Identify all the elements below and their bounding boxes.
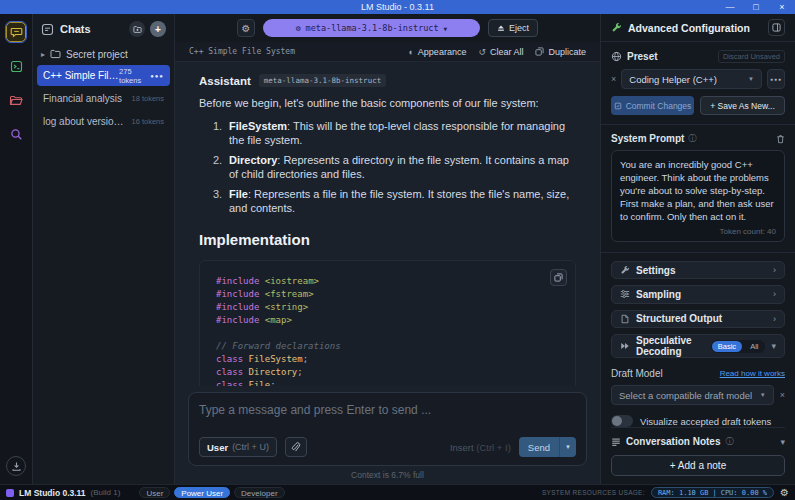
commit-changes-button[interactable]: Commit Changes xyxy=(611,96,694,115)
model-selector[interactable]: ⚙ meta-llama-3.1-8b-instruct ▼ xyxy=(263,19,480,37)
duplicate-button[interactable]: Duplicate xyxy=(535,47,586,57)
preset-options-button[interactable]: ●●● xyxy=(767,69,785,89)
ram-usage: RAM: 1.10 GB xyxy=(658,489,709,497)
list-item: 3. File: Represents a file in the file s… xyxy=(213,187,576,215)
visualize-tokens-toggle[interactable] xyxy=(611,415,633,427)
preset-value: Coding Helper (C++) xyxy=(629,74,717,85)
delete-system-prompt-button[interactable] xyxy=(776,134,785,144)
clear-icon: ↺ xyxy=(478,47,486,57)
clear-preset-icon[interactable]: × xyxy=(611,74,616,84)
model-name: meta-llama-3.1-8b-instruct xyxy=(306,23,439,33)
cpu-usage: CPU: 0.00 % xyxy=(721,489,767,497)
download-icon xyxy=(11,461,22,472)
paperclip-icon xyxy=(290,442,301,453)
chat-bubble-icon xyxy=(10,26,23,39)
chat-list-item[interactable]: Financial analysis 18 tokens xyxy=(37,88,170,109)
mode-user-button[interactable]: User xyxy=(139,487,170,498)
mode-developer-button[interactable]: Developer xyxy=(234,487,284,498)
minimize-button[interactable]: — xyxy=(717,0,743,14)
eject-label: Eject xyxy=(509,23,529,33)
appearance-button[interactable]: ◐Appearance xyxy=(408,47,466,57)
model-icon: ⚙ xyxy=(296,24,301,33)
system-prompt-box[interactable]: You are an incredibly good C++ engineer.… xyxy=(611,150,785,242)
chat-list-item[interactable]: log about version of ... 16 tokens xyxy=(37,111,170,132)
send-button[interactable]: Send ▼ xyxy=(519,437,576,457)
mode-basic-button[interactable]: Basic xyxy=(712,341,742,352)
gear-icon: ⚙ xyxy=(242,23,251,34)
collapse-panel-button[interactable] xyxy=(768,19,785,36)
new-chat-button[interactable]: + xyxy=(150,21,166,37)
chat-token-count: 275 tokens xyxy=(119,67,145,85)
send-options-icon[interactable]: ▼ xyxy=(560,444,576,450)
speculative-decoding-icon xyxy=(620,341,630,351)
app-version: LM Studio 0.3.11 xyxy=(19,488,86,498)
draft-model-select[interactable]: Select a compatible draft model ▼ xyxy=(611,385,774,405)
token-count: Token count: 40 xyxy=(620,227,776,236)
list-term: File xyxy=(229,188,248,200)
insert-label: Insert xyxy=(450,442,474,453)
window-title: LM Studio - 0.3.11 xyxy=(0,2,795,12)
section-speculative-decoding[interactable]: Speculative Decoding Basic All ▾ xyxy=(611,334,785,358)
attach-file-button[interactable] xyxy=(285,437,307,457)
chat-title: Financial analysis xyxy=(43,93,122,104)
nav-discover-button[interactable] xyxy=(6,124,26,144)
visualize-tokens-label: Visualize accepted draft tokens xyxy=(640,416,771,427)
preset-icon xyxy=(611,51,622,62)
mode-all-button[interactable]: All xyxy=(744,341,764,352)
chat-title: C++ Simple File System xyxy=(43,70,119,81)
nav-rail xyxy=(0,14,33,484)
system-prompt-text: You are an incredibly good C++ engineer.… xyxy=(620,158,776,223)
clear-all-button[interactable]: ↺Clear All xyxy=(478,47,523,57)
list-term: Directory xyxy=(229,154,277,166)
message-input[interactable]: Type a message and press Enter to send .… xyxy=(199,403,576,417)
close-button[interactable]: × xyxy=(769,0,795,14)
code-block-content: #include <iostream>#include <fstream>#in… xyxy=(216,275,559,386)
folder-label: Secret project xyxy=(66,49,128,60)
maximize-button[interactable]: □ xyxy=(743,0,769,14)
appearance-label: Appearance xyxy=(418,47,467,57)
resources-settings-button[interactable]: ⚙ xyxy=(780,487,789,498)
panel-title: Advanced Configuration xyxy=(628,22,750,34)
copy-code-button[interactable] xyxy=(550,269,567,286)
section-label: Sampling xyxy=(636,289,681,300)
discard-unsaved-button[interactable]: Discard Unsaved xyxy=(718,50,785,63)
mode-power-user-button[interactable]: Power User xyxy=(174,487,230,498)
nav-developer-button[interactable] xyxy=(6,56,26,76)
conversation-notes: Conversation Notes ⓘ ▾ + Add a note xyxy=(611,427,785,476)
folder-row-secret-project[interactable]: ▸ Secret project xyxy=(33,44,174,64)
clear-draft-model-icon[interactable]: × xyxy=(780,390,785,400)
section-settings[interactable]: Settings › xyxy=(611,261,785,279)
insert-hint: Insert (Ctrl + I) xyxy=(450,442,511,453)
model-settings-button[interactable]: ⚙ xyxy=(237,19,255,37)
chat-title: log about version of ... xyxy=(43,116,129,127)
copy-icon xyxy=(554,273,563,282)
speculative-mode-toggle: Basic All xyxy=(711,340,766,353)
terminal-icon xyxy=(10,60,23,73)
chat-options-icon[interactable]: ●●● xyxy=(150,73,164,79)
add-note-button[interactable]: + Add a note xyxy=(611,455,785,476)
downloads-button[interactable] xyxy=(6,456,26,476)
chat-list-item[interactable]: C++ Simple File System 275 tokens ●●● xyxy=(37,65,170,86)
section-sampling[interactable]: Sampling › xyxy=(611,285,785,303)
nav-chat-button[interactable] xyxy=(6,22,26,42)
section-label: Structured Output xyxy=(636,313,722,324)
toggle-knob xyxy=(612,416,622,426)
duplicate-icon xyxy=(535,47,544,56)
preset-select[interactable]: Coding Helper (C++) ▼ xyxy=(621,69,762,89)
new-folder-button[interactable] xyxy=(129,21,145,37)
role-shortcut: (Ctrl + U) xyxy=(232,442,269,452)
chat-main: ⚙ ⚙ meta-llama-3.1-8b-instruct ▼ Eject C… xyxy=(175,14,600,484)
message-role: Assistant xyxy=(199,75,251,87)
chevron-down-icon: ▼ xyxy=(760,392,766,398)
message-model-badge: meta-llama-3.1-8b-instruct xyxy=(259,74,386,87)
save-as-new-button[interactable]: + Save As New... xyxy=(700,96,785,115)
message-area[interactable]: Assistant meta-llama-3.1-8b-instruct Bef… xyxy=(175,62,600,386)
role-toggle-button[interactable]: User (Ctrl + U) xyxy=(199,437,277,457)
eject-button[interactable]: Eject xyxy=(488,19,538,37)
read-how-it-works-link[interactable]: Read how it works xyxy=(720,369,785,378)
chevron-down-icon: ▼ xyxy=(444,25,448,32)
trash-icon xyxy=(776,134,785,144)
composer: Type a message and press Enter to send .… xyxy=(188,392,587,466)
nav-my-models-button[interactable] xyxy=(6,90,26,110)
section-structured-output[interactable]: Structured Output › xyxy=(611,310,785,328)
